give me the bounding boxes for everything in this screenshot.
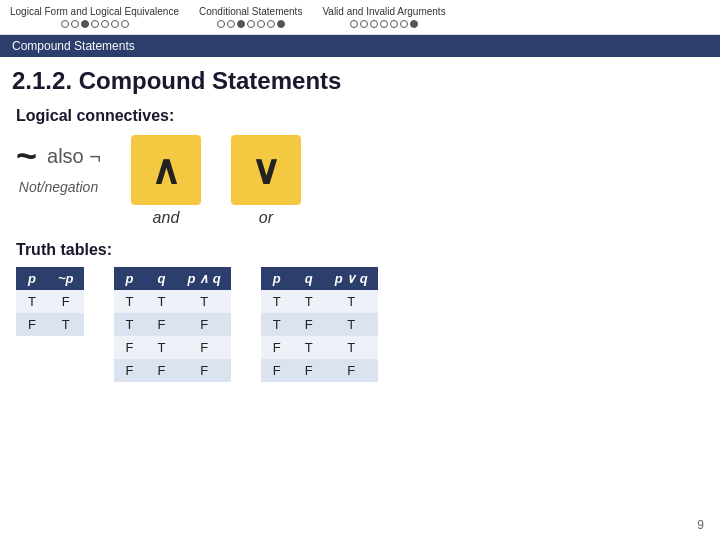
table-or: p q p ∨ q T T T T F T F T [261, 267, 378, 382]
col-header-p: p [261, 267, 293, 290]
table-row: F T F [114, 336, 231, 359]
wedge-symbol: ∧ [151, 147, 180, 193]
wedge-symbol-box: ∧ [131, 135, 201, 205]
cell: F [178, 336, 231, 359]
cell: T [114, 290, 146, 313]
dot [121, 20, 129, 28]
nav-item-logical-form[interactable]: Logical Form and Logical Equivalence [10, 6, 179, 28]
col-header-pandq: p ∧ q [178, 267, 231, 290]
dot [350, 20, 358, 28]
dot [267, 20, 275, 28]
cell: T [48, 313, 84, 336]
tilde-symbol: ~ [16, 135, 37, 177]
neg-label: also ¬ [47, 145, 101, 168]
table-row: T F [16, 290, 84, 313]
col-header-notp: ~p [48, 267, 84, 290]
cell: T [261, 313, 293, 336]
dot [257, 20, 265, 28]
not-word: Not/negation [19, 179, 98, 195]
nav-item-conditional[interactable]: Conditional Statements [199, 6, 302, 28]
connectives-row: ~ also ¬ Not/negation ∧ and ∨ or [16, 135, 704, 227]
cell: F [48, 290, 84, 313]
cell: T [293, 336, 325, 359]
dot [217, 20, 225, 28]
table-row: T F T [261, 313, 378, 336]
dot [410, 20, 418, 28]
cell: T [114, 313, 146, 336]
cell: F [114, 336, 146, 359]
cell: F [114, 359, 146, 382]
cell: T [146, 336, 178, 359]
table-header-row: p q p ∨ q [261, 267, 378, 290]
vee-symbol-box: ∨ [231, 135, 301, 205]
cell: F [178, 359, 231, 382]
cell: T [325, 336, 378, 359]
table-row: T F F [114, 313, 231, 336]
col-header-q: q [146, 267, 178, 290]
cell: T [325, 313, 378, 336]
cell: T [293, 290, 325, 313]
and-word: and [153, 209, 180, 227]
col-header-q: q [293, 267, 325, 290]
cell: T [325, 290, 378, 313]
dot [370, 20, 378, 28]
table-header-row: p q p ∧ q [114, 267, 231, 290]
table-row: F T T [261, 336, 378, 359]
truth-tables-heading: Truth tables: [16, 241, 704, 259]
or-word: or [259, 209, 273, 227]
dot [390, 20, 398, 28]
dot [227, 20, 235, 28]
cell: F [293, 359, 325, 382]
dot [247, 20, 255, 28]
cell: F [261, 359, 293, 382]
connective-and: ∧ and [131, 135, 201, 227]
cell: F [178, 313, 231, 336]
col-header-porq: p ∨ q [325, 267, 378, 290]
cell: F [16, 313, 48, 336]
dot [360, 20, 368, 28]
page-title-text: 2.1.2. Compound Statements [12, 67, 341, 94]
table-and: p q p ∧ q T T T T F F F T [114, 267, 231, 382]
table-row: T T T [114, 290, 231, 313]
breadcrumb: Compound Statements [0, 35, 720, 57]
cell: F [146, 313, 178, 336]
dot [277, 20, 285, 28]
nav-item-valid-invalid[interactable]: Valid and Invalid Arguments [322, 6, 445, 28]
col-header-p: p [16, 267, 48, 290]
cell: F [293, 313, 325, 336]
nav-label-conditional: Conditional Statements [199, 6, 302, 17]
main-content: Logical connectives: ~ also ¬ Not/negati… [0, 101, 720, 392]
dot [101, 20, 109, 28]
table-header-row: p ~p [16, 267, 84, 290]
nav-dots-0 [61, 20, 129, 28]
page-number: 9 [697, 518, 704, 532]
dot [71, 20, 79, 28]
nav-dots-2 [350, 20, 418, 28]
vee-symbol: ∨ [251, 147, 280, 193]
nav-label-logical-form: Logical Form and Logical Equivalence [10, 6, 179, 17]
table-row: F F F [261, 359, 378, 382]
table-negation: p ~p T F F T [16, 267, 84, 336]
dot [237, 20, 245, 28]
top-nav: Logical Form and Logical Equivalence Con… [0, 0, 720, 35]
cell: F [146, 359, 178, 382]
cell: T [146, 290, 178, 313]
cell: T [261, 290, 293, 313]
cell: T [16, 290, 48, 313]
dot [61, 20, 69, 28]
nav-dots-1 [217, 20, 285, 28]
cell: F [325, 359, 378, 382]
connective-or: ∨ or [231, 135, 301, 227]
page-title: 2.1.2. Compound Statements [0, 57, 720, 101]
nav-label-valid-invalid: Valid and Invalid Arguments [322, 6, 445, 17]
breadcrumb-text: Compound Statements [12, 39, 135, 53]
table-row: F T [16, 313, 84, 336]
dot [380, 20, 388, 28]
tables-container: p ~p T F F T p q p ∧ q [16, 267, 704, 382]
dot [400, 20, 408, 28]
table-row: T T T [261, 290, 378, 313]
cell: F [261, 336, 293, 359]
tilde-also-row: ~ also ¬ [16, 135, 101, 177]
dot [91, 20, 99, 28]
col-header-p: p [114, 267, 146, 290]
